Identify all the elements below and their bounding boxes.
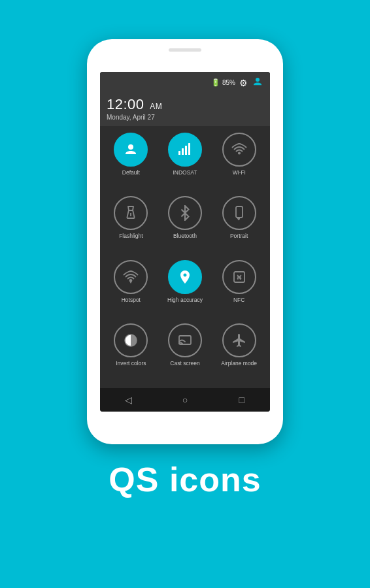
- date-display: Monday, April 27: [107, 114, 263, 121]
- nav-home[interactable]: ○: [175, 390, 195, 410]
- qs-label-invert-colors: Invert colors: [116, 360, 146, 367]
- nav-bar: ◁ ○ □: [100, 388, 270, 412]
- qs-item-hotspot[interactable]: Hotspot: [105, 260, 157, 318]
- qs-label-indosat: INDOSAT: [173, 169, 197, 176]
- qs-label-portrait: Portrait: [230, 233, 248, 239]
- svg-point-1: [128, 144, 133, 150]
- qs-label-cast-screen: Cast screen: [170, 360, 199, 367]
- qs-label-wifi: Wi-Fi: [233, 169, 246, 176]
- qs-item-cast-screen[interactable]: Cast screen: [160, 323, 211, 382]
- qs-item-portrait[interactable]: Portrait: [213, 196, 265, 254]
- user-icon[interactable]: [252, 76, 263, 90]
- svg-rect-5: [188, 143, 190, 155]
- time-period: AM: [150, 102, 162, 111]
- qs-item-invert-colors[interactable]: Invert colors: [105, 323, 157, 382]
- time-value: 12:00: [107, 96, 144, 112]
- qs-label-nfc: NFC: [233, 297, 244, 303]
- svg-point-6: [238, 152, 239, 154]
- nav-recent[interactable]: □: [232, 390, 252, 410]
- qs-label-flashlight: Flashlight: [119, 233, 143, 239]
- phone-screen: 🔋 85% ⚙ 12:00 AM Monday, April 27: [100, 72, 270, 412]
- header: 12:00 AM Monday, April 27: [100, 93, 270, 126]
- qs-label-high-accuracy: High accuracy: [167, 297, 203, 303]
- qs-item-high-accuracy[interactable]: High accuracy: [160, 260, 211, 318]
- battery-info: 🔋 85%: [211, 78, 235, 87]
- svg-rect-2: [178, 151, 180, 155]
- qs-item-indosat[interactable]: INDOSAT: [160, 133, 211, 191]
- svg-rect-4: [185, 146, 187, 155]
- svg-rect-3: [182, 148, 184, 155]
- status-bar: 🔋 85% ⚙: [100, 72, 270, 93]
- settings-icon[interactable]: ⚙: [239, 78, 248, 88]
- qs-item-wifi[interactable]: Wi-Fi: [213, 133, 265, 191]
- battery-icon: 🔋: [211, 78, 220, 87]
- nav-back[interactable]: ◁: [118, 390, 138, 410]
- svg-rect-8: [236, 206, 243, 218]
- battery-percent: 85%: [222, 79, 235, 86]
- qs-label-airplane-mode: Airplane mode: [221, 360, 257, 367]
- phone-speaker: [169, 48, 201, 52]
- page-title: QS icons: [109, 460, 261, 499]
- qs-item-bluetooth[interactable]: Bluetooth: [160, 196, 211, 254]
- phone-shell: 🔋 85% ⚙ 12:00 AM Monday, April 27: [87, 39, 283, 444]
- qs-item-default[interactable]: Default: [105, 133, 157, 191]
- svg-point-0: [256, 78, 260, 82]
- qs-label-default: Default: [122, 169, 140, 176]
- time-display: 12:00 AM: [107, 96, 263, 113]
- qs-label-hotspot: Hotspot: [122, 297, 141, 303]
- qs-item-flashlight[interactable]: Flashlight: [105, 196, 157, 254]
- qs-item-airplane-mode[interactable]: Airplane mode: [213, 323, 265, 382]
- qs-item-nfc[interactable]: N NFC: [213, 260, 265, 318]
- qs-grid: Default INDOSAT: [100, 126, 270, 388]
- qs-label-bluetooth: Bluetooth: [173, 233, 197, 239]
